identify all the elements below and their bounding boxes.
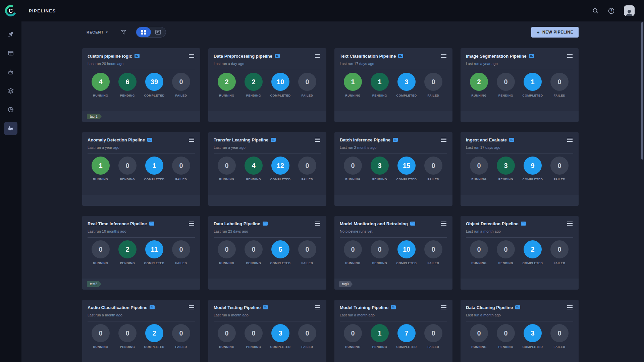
card-menu-icon[interactable] [440, 137, 447, 142]
run-stats: 0RUNNING1PENDING7COMPLETED0FAILED [334, 324, 452, 349]
pipeline-card[interactable]: Batch Inference Pipeline Last run 2 mont… [334, 132, 452, 206]
stat-failed: 0FAILED [420, 324, 447, 349]
stat-count-circle: 1 [92, 157, 110, 175]
card-menu-icon[interactable] [567, 53, 573, 59]
search-icon[interactable] [592, 8, 599, 14]
detail-view-button[interactable] [151, 27, 166, 37]
grid-view-button[interactable] [136, 27, 151, 37]
pipeline-name[interactable]: Audio Classification Pipeline [88, 305, 147, 310]
card-menu-icon[interactable] [314, 137, 321, 142]
card-menu-icon[interactable] [188, 305, 195, 310]
pipeline-card[interactable]: Real-Time Inference Pipeline Last run 10… [82, 216, 200, 290]
stat-count-circle: 0 [497, 240, 515, 258]
sidebar-item-projects[interactable] [4, 28, 17, 41]
pipeline-name[interactable]: Transfer Learning Pipeline [214, 137, 268, 142]
pipeline-name[interactable]: Data Labeling Pipeline [214, 221, 260, 226]
card-menu-icon[interactable] [567, 137, 573, 142]
card-menu-icon[interactable] [314, 221, 321, 226]
card-menu-icon[interactable] [567, 305, 573, 310]
stat-count-circle: 0 [298, 73, 316, 91]
card-menu-icon[interactable] [188, 137, 195, 142]
new-pipeline-button[interactable]: + NEW PIPELINE [531, 27, 579, 38]
pipeline-name[interactable]: Data Preprocessing pipeline [214, 54, 272, 59]
card-menu-icon[interactable] [567, 221, 573, 226]
stat-label: PENDING [114, 178, 141, 181]
pipeline-card[interactable]: Transfer Learning Pipeline Last run a ye… [208, 132, 326, 206]
card-menu-icon[interactable] [440, 221, 447, 226]
stat-failed: 0FAILED [294, 240, 321, 265]
card-head: Batch Inference Pipeline Last run 2 mont… [334, 132, 452, 150]
pipeline-card[interactable]: Audio Classification Pipeline Last run a… [82, 300, 200, 362]
pipeline-name[interactable]: Anomaly Detection Pipeline [88, 137, 145, 142]
stat-label: RUNNING [87, 345, 114, 349]
sidebar-item-pipelines[interactable] [4, 122, 17, 135]
pipeline-name[interactable]: Batch Inference Pipeline [340, 137, 390, 142]
card-footer [208, 111, 326, 122]
pipeline-name[interactable]: Object Detection Pipeline [466, 221, 519, 226]
pipeline-card[interactable]: Model Training Pipeline Last run a month… [334, 300, 452, 362]
stat-label: RUNNING [339, 261, 366, 265]
stat-count-circle: 1 [371, 73, 389, 91]
stat-label: PENDING [492, 261, 519, 265]
pipeline-project-icon [263, 222, 268, 226]
pipeline-card[interactable]: Object Detection Pipeline Last run a mon… [461, 216, 579, 290]
last-run-text: Last run a month ago [214, 313, 321, 317]
run-stats: 0RUNNING3PENDING9COMPLETED0FAILED [461, 157, 579, 181]
stat-label: FAILED [294, 261, 321, 265]
stat-completed: 7COMPLETED [393, 324, 420, 349]
pipeline-card[interactable]: Data Labeling Pipeline Last run 23 days … [208, 216, 326, 290]
stat-count-circle: 2 [218, 73, 236, 91]
stat-running: 1RUNNING [339, 73, 366, 97]
card-menu-icon[interactable] [188, 221, 195, 226]
pipeline-name[interactable]: Image Segmentation Pipeline [466, 54, 527, 59]
card-menu-icon[interactable] [314, 53, 321, 59]
sidebar-item-datasets[interactable] [4, 84, 17, 98]
stat-count-circle: 2 [245, 73, 263, 91]
stat-count-circle: 1 [371, 324, 389, 342]
pipeline-name[interactable]: Real-Time Inference Pipeline [88, 221, 147, 226]
app-logo[interactable]: C [0, 0, 21, 21]
card-menu-icon[interactable] [440, 305, 447, 310]
last-run-text: Last run a day ago [214, 62, 321, 66]
pipeline-card[interactable]: Data Cleaning Pipeline Last run a month … [461, 300, 579, 362]
stat-label: PENDING [240, 345, 267, 349]
help-icon[interactable]: ? [608, 8, 614, 14]
stat-running: 0RUNNING [213, 324, 240, 349]
pipeline-name[interactable]: Model Training Pipeline [340, 305, 388, 310]
pipeline-card[interactable]: Ingest and Evaluate Last run 17 days ago… [461, 132, 579, 206]
sidebar-item-models[interactable] [4, 65, 17, 79]
pipeline-card[interactable]: Text Classification Pipeline Last run 17… [334, 48, 452, 122]
stat-label: FAILED [546, 345, 573, 349]
pipeline-card[interactable]: Model Testing Pipeline Last run a month … [208, 300, 326, 362]
pipeline-name[interactable]: Text Classification Pipeline [340, 54, 396, 59]
sidebar-item-experiments[interactable] [4, 47, 17, 60]
pipeline-project-icon [149, 222, 154, 226]
pipeline-name[interactable]: Model Testing Pipeline [214, 305, 261, 310]
sort-dropdown[interactable]: RECENT ▾ [87, 30, 108, 34]
stat-count-circle: 5 [271, 240, 289, 258]
card-menu-icon[interactable] [440, 53, 447, 59]
stat-completed: 3COMPLETED [267, 324, 294, 349]
pipeline-name[interactable]: custom pipeline logic [88, 54, 132, 59]
filter-icon[interactable] [121, 29, 126, 35]
sidebar-nav [0, 21, 21, 362]
stat-count-circle: 0 [371, 240, 389, 258]
user-avatar[interactable] [624, 5, 635, 16]
card-menu-icon[interactable] [314, 305, 321, 310]
chevron-down-icon: ▾ [106, 31, 108, 34]
pipeline-name[interactable]: Ingest and Evaluate [466, 137, 507, 142]
pipeline-card[interactable]: Data Preprocessing pipeline Last run a d… [208, 48, 326, 122]
stat-label: COMPLETED [393, 94, 420, 97]
pipeline-name[interactable]: Model Monitoring and Retraining [340, 221, 408, 226]
scrollbar-thumb[interactable] [641, 22, 643, 160]
pipeline-name[interactable]: Data Cleaning Pipeline [466, 305, 513, 310]
pipeline-card[interactable]: custom pipeline logic Last run 20 hours … [82, 48, 200, 122]
sidebar-item-reports[interactable] [4, 103, 17, 116]
card-menu-icon[interactable] [188, 53, 195, 59]
pipeline-card[interactable]: Anomaly Detection Pipeline Last run a ye… [82, 132, 200, 206]
stat-completed: 5COMPLETED [267, 240, 294, 265]
stat-count-circle: 0 [497, 73, 515, 91]
stat-label: COMPLETED [519, 345, 546, 349]
pipeline-card[interactable]: Image Segmentation Pipeline Last run a y… [461, 48, 579, 122]
pipeline-card[interactable]: Model Monitoring and Retraining No pipel… [334, 216, 452, 290]
